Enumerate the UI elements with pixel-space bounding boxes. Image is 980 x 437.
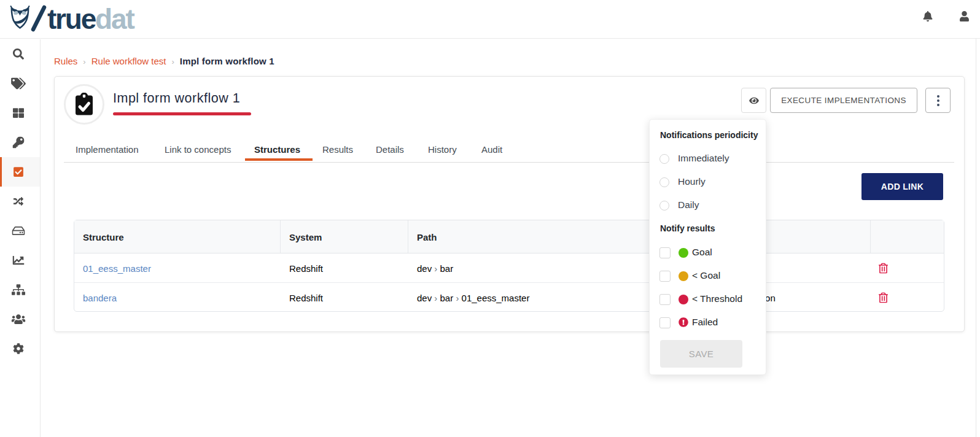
svg-text:truedat: truedat: [47, 5, 134, 32]
